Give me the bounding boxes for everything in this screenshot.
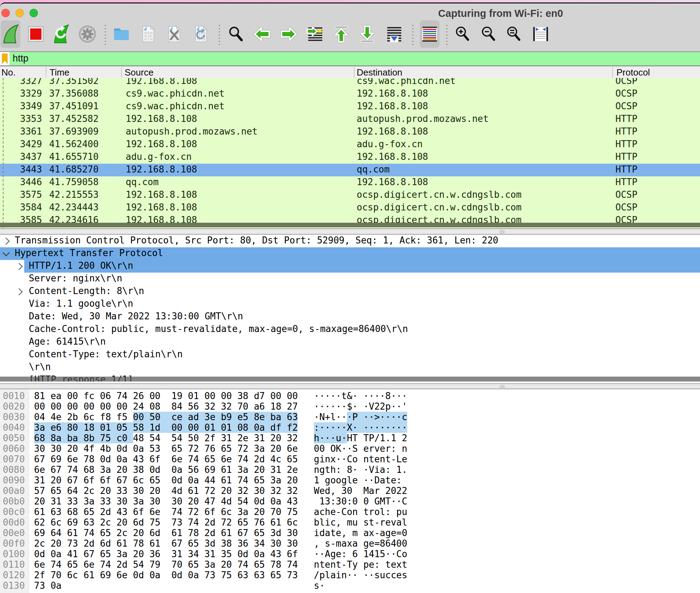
save-capture-file-button[interactable]: 010100110101110 <box>140 20 157 48</box>
chevron-right-icon[interactable] <box>15 288 23 295</box>
hex-bytes: 6e 74 65 6e 74 2d 54 79 70 65 3a 20 74 6… <box>34 559 298 570</box>
go-last-packet-button[interactable] <box>358 20 376 48</box>
filter-input[interactable]: http <box>13 53 28 64</box>
detail-text: Age: 61415\r\n <box>29 336 106 347</box>
chevron-right-icon[interactable] <box>2 237 10 245</box>
detail-row[interactable]: \r\n <box>0 361 700 374</box>
column-separator[interactable] <box>612 67 613 78</box>
packet-row[interactable]: 357542.215553192.168.8.108ocsp.digicert.… <box>0 189 700 202</box>
column-header-time[interactable]: Time <box>49 67 70 78</box>
hex-row[interactable]: 01000d 0a 41 67 65 3a 20 36 31 34 31 35 … <box>0 549 700 559</box>
hex-row[interactable]: 002000 00 00 00 00 00 24 08 84 56 32 32 … <box>0 401 700 412</box>
chevron-right-icon[interactable] <box>15 263 23 270</box>
ascii-bytes: s· <box>314 580 325 591</box>
detail-row[interactable]: Content-Type: text/plain\r\n <box>0 348 700 361</box>
packet-row[interactable]: 332737.351502192.168.8.108cs9.wac.phicdn… <box>0 78 700 88</box>
splitter-handle-icon <box>499 230 505 234</box>
hex-row[interactable]: 00d062 6c 69 63 2c 20 6d 75 73 74 2d 72 … <box>0 517 700 528</box>
ascii-bytes: ······$· ·V22p··' <box>314 401 407 412</box>
hex-row[interactable]: 01106e 74 65 6e 74 2d 54 79 70 65 3a 20 … <box>0 559 700 570</box>
hex-row[interactable]: 001081 ea 00 fc 06 74 26 00 19 01 00 00 … <box>0 391 700 401</box>
detail-row[interactable]: Via: 1.1 google\r\n <box>0 298 700 311</box>
column-separator[interactable] <box>354 67 355 78</box>
detail-text: Transmission Control Protocol, Src Port:… <box>15 235 498 246</box>
reload-capture-file-button[interactable]: 010100110101110 <box>192 20 209 48</box>
ascii-bytes: ache-Con trol: pu <box>314 507 407 517</box>
zoom-reset-button[interactable] <box>506 20 522 48</box>
column-header-no[interactable]: No. <box>1 67 15 78</box>
hex-row[interactable]: 01202f 70 6c 61 69 6e 0d 0a 0d 0a 73 75 … <box>0 570 700 580</box>
column-separator[interactable] <box>46 67 46 78</box>
splitter-details-hex[interactable] <box>0 383 700 389</box>
hex-row[interactable]: 00403a e6 80 18 01 05 58 1d 00 00 01 01 … <box>0 422 700 433</box>
packet-row[interactable]: 332937.356088cs9.wac.phicdn.net192.168.8… <box>0 88 700 100</box>
cell-source: 192.168.8.108 <box>126 164 197 175</box>
cell-source: adu.g-fox.cn <box>126 151 192 162</box>
resize-columns-button[interactable] <box>531 20 550 48</box>
detail-row[interactable]: Server: nginx\r\n <box>0 273 700 285</box>
filter-bookmark-button[interactable] <box>0 52 10 65</box>
column-header-destination[interactable]: Destination <box>357 67 402 78</box>
zoom-button[interactable] <box>29 9 38 17</box>
detail-row[interactable]: Transmission Control Protocol, Src Port:… <box>0 235 700 247</box>
packet-row[interactable]: 344341.685270192.168.8.108qq.comHTTP <box>0 164 700 176</box>
packet-list-scrollbar[interactable] <box>0 223 700 227</box>
detail-row[interactable]: Hypertext Transfer Protocol <box>0 247 700 260</box>
hex-row[interactable]: 00806e 67 74 68 3a 20 38 0d 0a 56 69 61 … <box>0 464 700 475</box>
cell-time: 41.685270 <box>49 164 99 175</box>
hex-row[interactable]: 003004 4e 2b 6c f8 f5 00 50 ce ad 3e b9 … <box>0 412 700 422</box>
hex-bytes: 68 8a ba 8b 75 c0 48 54 54 50 2f 31 2e 3… <box>34 433 298 443</box>
hex-dump-pane: 001081 ea 00 fc 06 74 26 00 19 01 00 00 … <box>0 389 700 593</box>
go-to-packet-button[interactable] <box>306 20 324 48</box>
hex-row[interactable]: 005068 8a ba 8b 75 c0 48 54 54 50 2f 31 … <box>0 433 700 443</box>
column-header-protocol[interactable]: Protocol <box>616 67 650 78</box>
hex-row[interactable]: 007067 69 6e 78 0d 0a 43 6f 6e 74 65 6e … <box>0 454 700 464</box>
column-separator[interactable] <box>121 67 122 78</box>
hex-row[interactable]: 00a057 65 64 2c 20 33 30 20 4d 61 72 20 … <box>0 486 700 496</box>
start-capture-button[interactable] <box>1 20 20 48</box>
stop-capture-button[interactable] <box>27 20 44 48</box>
splitter-list-details[interactable] <box>0 228 700 235</box>
zoom-in-button[interactable] <box>454 20 471 48</box>
cell-protocol: OCSP <box>615 189 638 200</box>
hex-row[interactable]: 013073 0as· <box>0 580 700 591</box>
column-header-source[interactable]: Source <box>125 67 153 78</box>
colorize-packets-button[interactable] <box>420 20 440 48</box>
auto-scroll-button[interactable] <box>385 20 403 48</box>
detail-row[interactable]: HTTP/1.1 200 OK\r\n <box>0 260 700 273</box>
packet-row[interactable]: 334937.451091cs9.wac.phicdn.net192.168.8… <box>0 100 700 113</box>
zoom-out-button[interactable] <box>480 20 497 48</box>
packet-row[interactable]: 335337.452582192.168.8.108autopush.prod.… <box>0 113 700 126</box>
open-capture-file-button[interactable] <box>112 20 131 48</box>
close-button[interactable] <box>1 9 10 17</box>
detail-row[interactable]: Date: Wed, 30 Mar 2022 13:30:00 GMT\r\n <box>0 311 700 323</box>
packet-row[interactable]: 344641.759058qq.com192.168.8.108HTTP <box>0 176 700 189</box>
packet-row[interactable]: 358442.234443192.168.8.108ocsp.digicert.… <box>0 202 700 214</box>
packet-row[interactable]: 343741.655710adu.g-fox.cn192.168.8.108HT… <box>0 151 700 164</box>
find-packet-button[interactable] <box>227 20 244 48</box>
detail-row[interactable]: Cache-Control: public, must-revalidate, … <box>0 323 700 336</box>
hex-row[interactable]: 00e069 64 61 74 65 2c 20 6d 61 78 2d 61 … <box>0 528 700 538</box>
details-scrollbar[interactable] <box>0 377 700 382</box>
hex-row[interactable]: 00f02c 20 73 2d 6d 61 78 61 67 65 3d 38 … <box>0 538 700 549</box>
packet-row[interactable]: 336137.693909autopush.prod.mozaws.net192… <box>0 126 700 138</box>
hex-row[interactable]: 009031 20 67 6f 6f 67 6c 65 0d 0a 44 61 … <box>0 475 700 486</box>
hex-row[interactable]: 00b020 31 33 3a 33 30 3a 30 30 20 47 4d … <box>0 496 700 507</box>
save-capture-file-icon: 010100110101110 <box>140 25 156 43</box>
hex-row[interactable]: 00c061 63 68 65 2d 43 6f 6e 74 72 6f 6c … <box>0 507 700 517</box>
hex-row[interactable]: 006030 30 20 4f 4b 0d 0a 53 65 72 76 65 … <box>0 443 700 454</box>
cell-destination: 192.168.8.108 <box>357 176 428 188</box>
packet-list: 332737.351502192.168.8.108cs9.wac.phicdn… <box>0 78 700 228</box>
detail-row[interactable]: Content-Length: 8\r\n <box>0 285 700 298</box>
close-capture-file-button[interactable]: 010100110101110 <box>166 20 183 48</box>
go-forward-button[interactable] <box>280 20 297 48</box>
capture-options-button[interactable] <box>78 20 97 48</box>
go-back-button[interactable] <box>253 20 271 48</box>
detail-row[interactable]: Age: 61415\r\n <box>0 336 700 348</box>
display-filter-bar[interactable]: http <box>0 51 700 66</box>
packet-list-header: No.TimeSourceDestinationProtocol <box>0 66 700 79</box>
packet-row[interactable]: 342941.562400192.168.8.108adu.g-fox.cnHT… <box>0 138 700 151</box>
minimize-button[interactable] <box>15 9 24 17</box>
go-first-packet-button[interactable] <box>333 20 350 48</box>
restart-capture-button[interactable] <box>52 20 71 48</box>
